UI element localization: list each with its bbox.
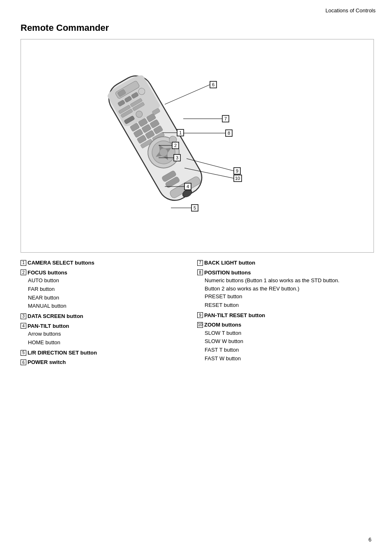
section-title: Locations of Controls bbox=[325, 7, 376, 14]
svg-text:3: 3 bbox=[176, 155, 178, 160]
svg-text:8: 8 bbox=[228, 131, 230, 136]
svg-text:9: 9 bbox=[236, 168, 238, 173]
desc-item-2-sub: AUTO button FAR button NEAR button MANUA… bbox=[21, 276, 189, 311]
remote-control-svg: 1 2 3 4 5 6 7 8 bbox=[83, 44, 247, 241]
svg-text:2: 2 bbox=[174, 143, 177, 148]
svg-text:7: 7 bbox=[224, 116, 227, 121]
desc-item-2: 2 FOCUS buttons AUTO button FAR button N… bbox=[21, 269, 189, 311]
desc-item-9: 9 PAN-TILT RESET button bbox=[197, 311, 366, 320]
svg-line-53 bbox=[165, 85, 210, 104]
svg-text:5: 5 bbox=[194, 205, 196, 210]
desc-item-5: 5 L/R DIRECTION SET button bbox=[21, 349, 189, 357]
diagram-box: 1 2 3 4 5 6 7 8 bbox=[21, 39, 374, 253]
label-num-8: 8 bbox=[197, 269, 203, 275]
page-number: 6 bbox=[369, 537, 371, 543]
label-num-1: 1 bbox=[21, 260, 26, 266]
right-description-column: 7 BACK LIGHT button 8 POSITION buttons N… bbox=[197, 259, 374, 368]
desc-item-10: 10 ZOOM buttons SLOW T button SLOW W but… bbox=[197, 321, 366, 363]
label-num-6: 6 bbox=[21, 359, 26, 365]
descriptions-section: 1 CAMERA SELECT buttons 2 FOCUS buttons … bbox=[21, 259, 374, 368]
desc-item-7: 7 BACK LIGHT button bbox=[197, 259, 366, 267]
desc-item-3: 3 DATA SCREEN button bbox=[21, 312, 189, 320]
desc-item-1: 1 CAMERA SELECT buttons bbox=[21, 259, 189, 267]
svg-text:1: 1 bbox=[179, 130, 182, 135]
label-num-2: 2 bbox=[21, 269, 26, 275]
desc-item-6: 6 POWER switch bbox=[21, 358, 189, 366]
page-title: Remote Commander bbox=[21, 23, 109, 33]
desc-item-4: 4 PAN-TILT button Arrow buttons HOME but… bbox=[21, 322, 189, 347]
label-num-5: 5 bbox=[21, 350, 26, 356]
svg-text:6: 6 bbox=[212, 82, 214, 87]
label-num-3: 3 bbox=[21, 313, 26, 319]
desc-item-4-sub: Arrow buttons HOME button bbox=[21, 330, 189, 347]
desc-item-8: 8 POSITION buttons Numeric buttons (Butt… bbox=[197, 269, 366, 310]
desc-item-10-sub: SLOW T button SLOW W button FAST T butto… bbox=[197, 329, 366, 363]
label-num-10: 10 bbox=[197, 322, 203, 328]
label-num-4: 4 bbox=[21, 323, 26, 329]
label-num-9: 9 bbox=[197, 312, 203, 318]
svg-text:10: 10 bbox=[235, 176, 240, 181]
svg-text:4: 4 bbox=[187, 184, 189, 189]
left-description-column: 1 CAMERA SELECT buttons 2 FOCUS buttons … bbox=[21, 259, 197, 368]
desc-item-8-sub: Numeric buttons (Button 1 also works as … bbox=[197, 276, 366, 310]
label-num-7: 7 bbox=[197, 260, 203, 266]
